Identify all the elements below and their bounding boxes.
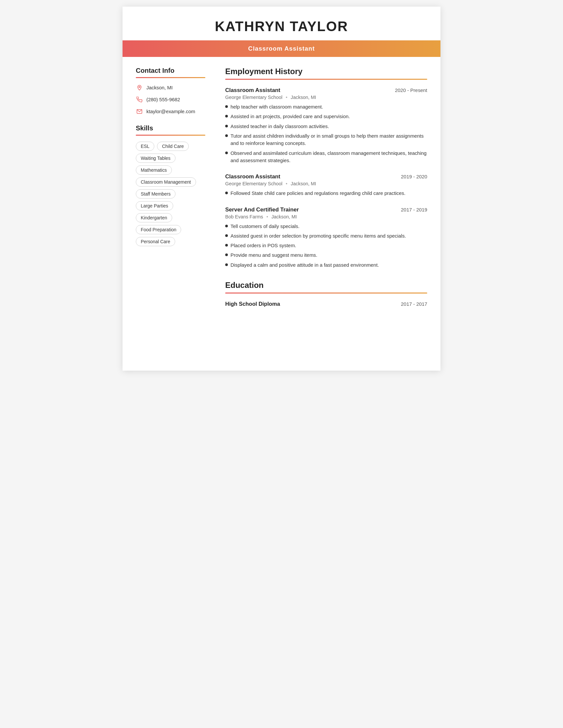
bullet-dot bbox=[225, 134, 228, 137]
job-bullet: Assisted guest in order selection by pro… bbox=[225, 232, 427, 240]
bullet-dot bbox=[225, 234, 228, 237]
job-company: George Elementary School • Jackson, MI bbox=[225, 95, 427, 100]
education-list: High School Diploma2017 - 2017 bbox=[225, 301, 427, 307]
bullet-text: Tutor and assist children individually o… bbox=[230, 132, 427, 147]
bullet-dot bbox=[225, 244, 228, 247]
job-header: Classroom Assistant2020 - Present bbox=[225, 87, 427, 94]
phone-text: (280) 555-9682 bbox=[146, 97, 180, 102]
employment-divider bbox=[225, 79, 427, 80]
bullet-text: Assisted guest in order selection by pro… bbox=[230, 232, 406, 240]
bullet-text: Placed orders in POS system. bbox=[230, 242, 296, 249]
bullet-text: Observed and assimilated curriculum idea… bbox=[230, 150, 427, 164]
skills-divider bbox=[136, 135, 205, 136]
skills-section: Skills ESLChild CareWaiting TablesMathem… bbox=[136, 124, 205, 246]
job-bullets: Tell customers of daily specials.Assiste… bbox=[225, 223, 427, 269]
job-title: Classroom Assistant bbox=[225, 87, 280, 94]
candidate-title: Classroom Assistant bbox=[122, 40, 441, 57]
skill-tag: ESL bbox=[136, 142, 154, 151]
skill-tag: Staff Members bbox=[136, 189, 175, 199]
job-title: Classroom Assistant bbox=[225, 173, 280, 180]
bullet-text: Displayed a calm and positive attitude i… bbox=[230, 261, 379, 269]
svg-point-0 bbox=[139, 86, 140, 88]
job-company: George Elementary School • Jackson, MI bbox=[225, 181, 427, 186]
location-icon bbox=[136, 84, 143, 91]
sidebar: Contact Info Jackson, MI (280) 555- bbox=[136, 67, 215, 307]
bullet-text: Tell customers of daily specials. bbox=[230, 223, 300, 230]
candidate-name: KATHRYN TAYLOR bbox=[122, 7, 441, 40]
skill-tag: Child Care bbox=[157, 142, 189, 151]
bullet-dot bbox=[225, 125, 228, 127]
bullet-text: Provide menu and suggest menu items. bbox=[230, 251, 317, 259]
job-bullet: Tutor and assist children individually o… bbox=[225, 132, 427, 147]
bullet-dot bbox=[225, 225, 228, 227]
job-dates: 2020 - Present bbox=[395, 88, 427, 93]
job-bullets: Followed State child care policies and r… bbox=[225, 190, 427, 197]
body-layout: Contact Info Jackson, MI (280) 555- bbox=[122, 67, 441, 307]
skill-tag: Food Preparation bbox=[136, 225, 181, 234]
employment-list: Classroom Assistant2020 - PresentGeorge … bbox=[225, 87, 427, 269]
job-company: Bob Evans Farms • Jackson, MI bbox=[225, 214, 427, 219]
edu-degree: High School Diploma bbox=[225, 301, 280, 307]
job-bullet: help teacher with classroom management. bbox=[225, 103, 427, 111]
job-header: Server And Certified Trainer2017 - 2019 bbox=[225, 206, 427, 213]
resume-container: KATHRYN TAYLOR Classroom Assistant Conta… bbox=[122, 7, 441, 371]
contact-section-title: Contact Info bbox=[136, 67, 205, 74]
separator: • bbox=[266, 214, 268, 219]
job-bullet: Displayed a calm and positive attitude i… bbox=[225, 261, 427, 269]
bullet-dot bbox=[225, 152, 228, 154]
job-bullet: Provide menu and suggest menu items. bbox=[225, 251, 427, 259]
skill-tag: Waiting Tables bbox=[136, 154, 175, 163]
education-section-title: Education bbox=[225, 281, 427, 290]
job-bullet: Tell customers of daily specials. bbox=[225, 223, 427, 230]
employment-section-title: Employment History bbox=[225, 67, 427, 76]
job-header: Classroom Assistant2019 - 2020 bbox=[225, 173, 427, 180]
skill-tag: Large Parties bbox=[136, 201, 173, 210]
edu-dates: 2017 - 2017 bbox=[401, 301, 427, 307]
separator: • bbox=[286, 95, 288, 100]
contact-divider bbox=[136, 77, 205, 78]
skills-section-title: Skills bbox=[136, 124, 205, 132]
bullet-dot bbox=[225, 192, 228, 194]
bullet-text: help teacher with classroom management. bbox=[230, 103, 323, 111]
job-bullet: Assisted in art projects, provided care … bbox=[225, 113, 427, 120]
education-divider bbox=[225, 293, 427, 294]
bullet-dot bbox=[225, 115, 228, 117]
contact-email: ktaylor@example.com bbox=[136, 108, 205, 115]
job-dates: 2019 - 2020 bbox=[401, 174, 427, 179]
contact-phone: (280) 555-9682 bbox=[136, 96, 205, 103]
job-block: Classroom Assistant2020 - PresentGeorge … bbox=[225, 87, 427, 164]
contact-location: Jackson, MI bbox=[136, 84, 205, 91]
skill-tag: Classroom Management bbox=[136, 177, 196, 187]
location-text: Jackson, MI bbox=[146, 85, 172, 90]
bullet-text: Assisted teacher in daily classroom acti… bbox=[230, 123, 329, 130]
skill-tag: Personal Care bbox=[136, 237, 175, 246]
job-bullet: Observed and assimilated curriculum idea… bbox=[225, 150, 427, 164]
bullet-text: Followed State child care policies and r… bbox=[230, 190, 405, 197]
skills-tags: ESLChild CareWaiting TablesMathematicsCl… bbox=[136, 142, 205, 246]
job-title: Server And Certified Trainer bbox=[225, 206, 299, 213]
job-block: Classroom Assistant2019 - 2020George Ele… bbox=[225, 173, 427, 197]
email-icon bbox=[136, 108, 143, 115]
phone-icon bbox=[136, 96, 143, 103]
job-bullet: Followed State child care policies and r… bbox=[225, 190, 427, 197]
bullet-text: Assisted in art projects, provided care … bbox=[230, 113, 350, 120]
job-bullets: help teacher with classroom management.A… bbox=[225, 103, 427, 164]
separator: • bbox=[286, 181, 288, 186]
skill-tag: Mathematics bbox=[136, 165, 172, 175]
education-section: Education High School Diploma2017 - 2017 bbox=[225, 281, 427, 307]
job-bullet: Placed orders in POS system. bbox=[225, 242, 427, 249]
bullet-dot bbox=[225, 105, 228, 108]
bullet-dot bbox=[225, 253, 228, 256]
job-bullet: Assisted teacher in daily classroom acti… bbox=[225, 123, 427, 130]
edu-block: High School Diploma2017 - 2017 bbox=[225, 301, 427, 307]
skill-tag: Kindergarten bbox=[136, 213, 172, 222]
email-text: ktaylor@example.com bbox=[146, 109, 195, 114]
job-dates: 2017 - 2019 bbox=[401, 207, 427, 212]
job-block: Server And Certified Trainer2017 - 2019B… bbox=[225, 206, 427, 269]
main-content: Employment History Classroom Assistant20… bbox=[215, 67, 427, 307]
bullet-dot bbox=[225, 263, 228, 266]
